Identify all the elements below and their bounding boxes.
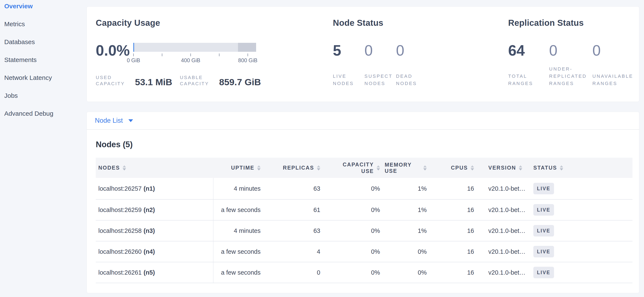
column-header-label: NODES: [98, 165, 120, 171]
cell-replicas: 4: [265, 241, 325, 262]
status-badge: LIVE: [533, 246, 554, 257]
cell-memory_use: 1%: [385, 178, 432, 199]
cell-cpus: 16: [432, 200, 479, 220]
node-id: (n3): [144, 227, 155, 234]
stat-label: LIVENODES: [333, 73, 364, 87]
node-status-stats: 5LIVENODES0SUSPECTNODES0DEADNODES: [333, 43, 428, 87]
column-header-label: CAPACITY USE: [342, 161, 374, 175]
cell-replicas: 63: [265, 178, 325, 199]
cell-capacity_use: 0%: [325, 221, 385, 241]
sidebar-item-advanced-debug[interactable]: Advanced Debug: [0, 105, 84, 122]
cell-uptime: a few seconds: [214, 241, 265, 262]
column-header-version[interactable]: VERSION: [479, 158, 531, 178]
sort-icon: [423, 165, 427, 170]
column-header-label: CPUS: [451, 165, 468, 171]
sort-up-arrow-icon: [560, 165, 563, 167]
cell-node: localhost:26257(n1): [96, 178, 214, 199]
sort-icon: [257, 165, 260, 170]
cell-uptime: 4 minutes: [214, 178, 265, 199]
cell-replicas: 0: [265, 262, 325, 283]
sort-up-arrow-icon: [519, 165, 522, 167]
stat-label: SUSPECTNODES: [364, 73, 396, 87]
stat-label: TOTALRANGES: [508, 73, 549, 87]
stat: 0UNDER-REPLICATEDRANGES: [549, 43, 592, 87]
sort-icon: [560, 165, 563, 170]
column-header-uptime[interactable]: UPTIME: [214, 158, 265, 178]
column-header-replicas[interactable]: REPLICAS: [265, 158, 325, 178]
cell-node: localhost:26259(n2): [96, 200, 214, 220]
cell-version: v20.1.0-bet…: [479, 262, 531, 283]
capacity-used-percent: 0.0%: [96, 43, 130, 58]
table-row: localhost:26258(n3)4 minutes630%1%16v20.…: [96, 221, 632, 241]
node-address-link[interactable]: localhost:26257: [98, 185, 142, 192]
cell-uptime: a few seconds: [214, 262, 265, 283]
sort-down-arrow-icon: [317, 168, 320, 170]
sort-up-arrow-icon: [423, 165, 427, 167]
cell-version: v20.1.0-bet…: [479, 241, 531, 262]
capacity-stat-value: 53.1 MiB: [135, 77, 172, 87]
table-row: localhost:26260(n4)a few seconds40%0%16v…: [96, 241, 632, 262]
capacity-stat: USABLECAPACITY859.7 GiB: [180, 74, 261, 87]
stat-value: 0: [396, 43, 428, 58]
column-header-cpus[interactable]: CPUS: [432, 158, 479, 178]
capacity-stat-value: 859.7 GiB: [219, 77, 261, 87]
cluster-summary-card: Capacity Usage 0.0% 0 GiB400 GiB800 GiB …: [86, 6, 639, 102]
axis-tick: [133, 53, 134, 56]
cell-version: v20.1.0-bet…: [479, 221, 531, 241]
node-status-title: Node Status: [333, 18, 384, 28]
axis-tick: [219, 53, 220, 56]
node-list-dropdown[interactable]: Node List: [95, 117, 133, 124]
column-header-label: VERSION: [488, 165, 516, 171]
cell-replicas: 61: [265, 200, 325, 220]
sidebar-item-statements[interactable]: Statements: [0, 51, 84, 69]
sort-down-arrow-icon: [257, 168, 260, 170]
stat-value: 5: [333, 43, 364, 58]
replication-status-stats: 64TOTALRANGES0UNDER-REPLICATEDRANGES0UNA…: [508, 43, 637, 87]
axis-tick-label: 800 GiB: [238, 57, 258, 63]
column-header-status[interactable]: STATUS: [531, 158, 632, 178]
sidebar-item-jobs[interactable]: Jobs: [0, 87, 84, 105]
capacity-axis: 0 GiB400 GiB800 GiB: [133, 53, 256, 68]
node-address-link[interactable]: localhost:26259: [98, 206, 142, 214]
cell-status: LIVE: [531, 221, 632, 241]
cell-cpus: 16: [432, 262, 479, 283]
capacity-bar-used-segment: [133, 43, 134, 52]
stat-value: 0: [364, 43, 396, 58]
stat: 5LIVENODES: [333, 43, 364, 87]
stat: 0UNAVAILABLERANGES: [592, 43, 637, 87]
column-header-label: REPLICAS: [283, 165, 314, 171]
node-address-link[interactable]: localhost:26260: [98, 248, 142, 255]
cell-cpus: 16: [432, 178, 479, 199]
column-header-label: STATUS: [533, 165, 557, 171]
capacity-stat: USEDCAPACITY53.1 MiB: [96, 74, 172, 87]
column-header-node[interactable]: NODES: [96, 158, 214, 178]
cell-capacity_use: 0%: [325, 262, 385, 283]
sidebar-item-metrics[interactable]: Metrics: [0, 15, 84, 33]
status-badge: LIVE: [533, 267, 554, 278]
sidebar-item-overview[interactable]: Overview: [0, 0, 84, 15]
cell-capacity_use: 0%: [325, 178, 385, 199]
axis-tick: [190, 53, 191, 56]
cell-node: localhost:26258(n3): [96, 221, 214, 241]
cell-uptime: 4 minutes: [214, 221, 265, 241]
capacity-stat-label: USEDCAPACITY: [96, 74, 130, 87]
column-header-capacity_use[interactable]: CAPACITY USE: [325, 158, 385, 178]
sort-icon: [376, 165, 380, 170]
stat: 0DEADNODES: [396, 43, 428, 87]
node-address-link[interactable]: localhost:26261: [98, 269, 142, 276]
sort-up-arrow-icon: [471, 165, 474, 167]
node-id: (n5): [144, 269, 155, 276]
node-list-dropdown-bar: Node List: [87, 112, 639, 130]
stat-label: UNDER-REPLICATEDRANGES: [549, 65, 592, 87]
sort-icon: [122, 165, 126, 170]
table-row: localhost:26257(n1)4 minutes630%1%16v20.…: [96, 178, 632, 200]
sidebar-item-databases[interactable]: Databases: [0, 33, 84, 51]
column-header-memory_use[interactable]: MEMORY USE: [385, 158, 432, 178]
capacity-stats: USEDCAPACITY53.1 MiBUSABLECAPACITY859.7 …: [96, 74, 261, 87]
stat: 0SUSPECTNODES: [364, 43, 396, 87]
cell-cpus: 16: [432, 241, 479, 262]
sort-down-arrow-icon: [471, 168, 474, 170]
sidebar-item-network-latency[interactable]: Network Latency: [0, 69, 84, 87]
node-address-link[interactable]: localhost:26258: [98, 227, 142, 234]
cell-memory_use: 1%: [385, 200, 432, 220]
